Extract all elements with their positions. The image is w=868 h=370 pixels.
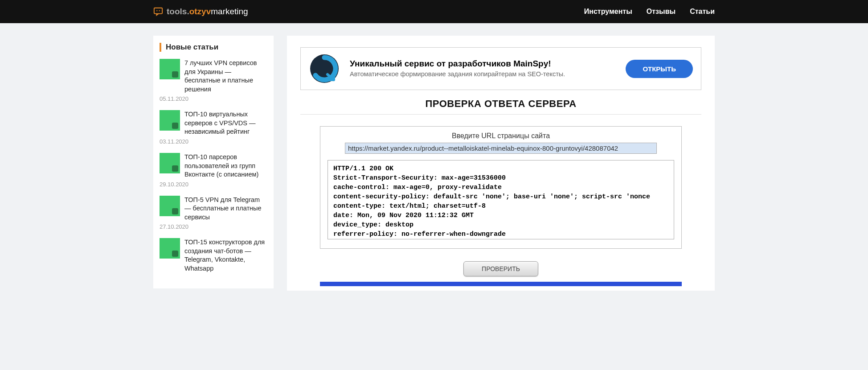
promo-open-button[interactable]: ОТКРЫТЬ: [626, 60, 693, 78]
promo-subtitle: Автоматическое формирование задания копи…: [350, 70, 616, 79]
logo[interactable]: tools.otzyvmarketing: [153, 7, 248, 16]
list-item[interactable]: ТОП-15 конструкторов для создания чат-бо…: [160, 238, 267, 273]
logo-suffix: marketing: [211, 7, 248, 16]
article-thumb: [160, 110, 180, 131]
article-title: ТОП-15 конструкторов для создания чат-бо…: [184, 238, 267, 273]
response-output[interactable]: [328, 160, 674, 239]
chat-icon: [153, 7, 163, 16]
article-thumb: [160, 238, 180, 259]
page-title: ПРОВЕРКА ОТВЕТА СЕРВЕРА: [300, 98, 701, 110]
list-item[interactable]: 7 лучших VPN сервисов для Украины — бесп…: [160, 59, 267, 102]
divider: [300, 114, 701, 115]
url-input[interactable]: [345, 143, 657, 154]
svg-point-1: [156, 10, 157, 11]
article-date: 29.10.2020: [160, 181, 267, 188]
article-date: 03.11.2020: [160, 138, 267, 145]
url-label: Введите URL страницы сайта: [328, 132, 674, 140]
main-content: Уникальный сервис от разработчиков MainS…: [287, 36, 715, 291]
bottom-bar: [320, 282, 682, 286]
svg-rect-0: [154, 8, 162, 14]
article-date: 05.11.2020: [160, 95, 267, 102]
list-item[interactable]: ТОП-10 парсеров пользователей из групп В…: [160, 153, 267, 188]
sidebar: Новые статьи 7 лучших VPN сервисов для У…: [153, 36, 274, 288]
nav-tools[interactable]: Инструменты: [584, 8, 632, 16]
logo-prefix: tools.: [167, 7, 189, 16]
article-date: 27.10.2020: [160, 223, 267, 230]
article-title: ТОП-10 парсеров пользователей из групп В…: [184, 153, 267, 179]
article-thumb: [160, 196, 180, 216]
article-thumb: [160, 153, 180, 173]
article-title: 7 лучших VPN сервисов для Украины — бесп…: [184, 59, 267, 94]
promo-title: Уникальный сервис от разработчиков MainS…: [350, 59, 616, 69]
list-item[interactable]: ТОП-5 VPN для Telegram — бесплатные и пл…: [160, 196, 267, 230]
nav-reviews[interactable]: Отзывы: [647, 8, 676, 16]
promo-icon: [309, 53, 340, 84]
article-title: ТОП-10 виртуальных серверов с VPS/VDS — …: [184, 110, 267, 136]
list-item[interactable]: ТОП-10 виртуальных серверов с VPS/VDS — …: [160, 110, 267, 145]
sidebar-title: Новые статьи: [160, 43, 267, 52]
nav-articles[interactable]: Статьи: [690, 8, 715, 16]
article-thumb: [160, 59, 180, 79]
promo-banner: Уникальный сервис от разработчиков MainS…: [300, 47, 701, 90]
checker-form: Введите URL страницы сайта: [320, 126, 682, 249]
main-nav: Инструменты Отзывы Статьи: [584, 8, 715, 16]
article-title: ТОП-5 VPN для Telegram — бесплатные и пл…: [184, 196, 267, 222]
check-button[interactable]: ПРОВЕРИТЬ: [463, 261, 538, 276]
header: tools.otzyvmarketing Инструменты Отзывы …: [0, 0, 868, 23]
logo-orange: otzyv: [189, 7, 211, 16]
svg-point-2: [159, 10, 160, 11]
